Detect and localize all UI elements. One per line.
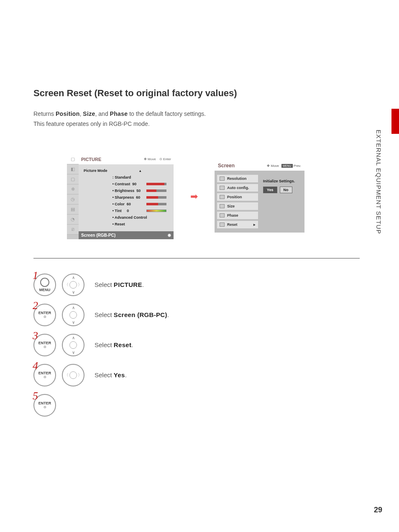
step-number: 2: [33, 299, 38, 312]
remote-dpad: ∧∨: [62, 334, 84, 356]
step-row: 2ENTER⊙∧∨Select Screen (RGB-PC).: [33, 304, 360, 326]
slider-bar: [146, 203, 166, 205]
step-number: 4: [33, 360, 38, 372]
picture-mode-value: : Standard: [112, 174, 169, 180]
osd-tab-icon: ◷: [67, 194, 79, 205]
menu-item-label: Auto config.: [227, 186, 249, 190]
nav-hint-move: ✥ Move: [144, 157, 156, 161]
nav-hint-move: ✥ Move: [267, 164, 279, 168]
remote-dpad: ∧∨〈〉: [62, 274, 84, 296]
intro-text: Returns: [33, 110, 56, 117]
menu-item-icon: [220, 223, 225, 227]
screen-menu-item[interactable]: Auto config.: [217, 184, 258, 192]
menu-item-label: Position: [227, 195, 242, 199]
slider-row: • Sharpness 60: [83, 194, 169, 200]
menu-item-label: Phase: [227, 213, 238, 217]
yes-button[interactable]: Yes: [263, 187, 277, 193]
screen-menu-item[interactable]: Size: [217, 202, 258, 210]
section-divider: [33, 258, 360, 258]
slider-row: • Brightness 50: [83, 188, 169, 194]
step-number: 5: [33, 390, 38, 402]
side-accent-tab: [391, 109, 399, 134]
osd-tab-icon: ▢: [67, 174, 79, 184]
menu-item-label: Resolution: [227, 176, 247, 181]
osd-tab-icon: ◧: [67, 164, 79, 174]
tint-row: • Tint 0: [83, 208, 169, 214]
step-row: 1MENU∧∨〈〉Select PICTURE.: [33, 274, 360, 296]
submenu-arrow-icon: ▸: [253, 223, 256, 227]
screen-menu-item[interactable]: Reset▸: [217, 221, 258, 228]
osd-tab-strip: ▢ ◧ ▢ ✲ ◷ ▤ ◔ ⎚: [67, 154, 79, 239]
osd-tab-icon: ⎚: [67, 225, 79, 235]
flow-arrow-icon: ➡: [190, 191, 198, 202]
step-number: 3: [33, 330, 38, 342]
step-row: 5ENTER⊙: [33, 394, 360, 417]
side-section-label: EXTERNAL EQUIPMENT SETUP: [375, 130, 382, 234]
menu-item-icon: [220, 204, 225, 208]
menu-item-icon: [220, 213, 225, 217]
intro-bold-position: Position: [56, 110, 80, 117]
osd-footer-highlight: Screen (RGB-PC): [81, 233, 115, 238]
osd-tab-monitor-icon: ▢: [67, 154, 79, 164]
slider-bar: [146, 196, 166, 199]
enter-dot-icon: ◉: [168, 233, 171, 237]
slider-bar: [146, 183, 166, 185]
osd-tab-icon: ✲: [67, 184, 79, 194]
menu-item-icon: [220, 195, 225, 199]
nav-hint-enter: ⊙ Enter: [159, 157, 171, 161]
osd-tab-icon: ◔: [67, 215, 79, 225]
osd-picture-title: PICTURE: [81, 157, 101, 162]
step-number: 1: [33, 269, 38, 282]
picture-settings-table: Picture Mode ▴ : Standard • Contrast 90•…: [82, 167, 170, 228]
osd-screen-title: Screen: [218, 163, 235, 169]
remote-dpad: ∧∨: [62, 304, 84, 326]
slider-row: • Contrast 90: [83, 181, 169, 187]
page-title: Screen Reset (Reset to original factory …: [33, 88, 360, 99]
osd-screen-panel: Screen ✥ Move MENU Prev. ResolutionAuto …: [215, 161, 304, 233]
intro-bold-size: Size: [83, 110, 95, 117]
step-instruction: Select Yes.: [95, 371, 127, 379]
step-instruction: Select Reset.: [95, 341, 133, 348]
step-row: 4ENTER⊙〈〉Select Yes.: [33, 364, 360, 386]
osd-picture-panel: ▢ ◧ ▢ ✲ ◷ ▤ ◔ ⎚ PICTURE ✥ Move ⊙ Enter: [67, 154, 174, 239]
screen-menu-item[interactable]: Position: [217, 193, 258, 201]
picture-mode-label: Picture Mode: [83, 168, 111, 174]
menu-item-icon: [220, 176, 225, 181]
tint-bar: [146, 210, 166, 212]
intro-line2: This feature operates only in RGB-PC mod…: [33, 120, 150, 127]
menu-item-label: Size: [227, 204, 235, 208]
reset-row: • Reset: [112, 221, 169, 227]
button-ring-icon: [40, 278, 49, 287]
screen-menu-item[interactable]: Phase: [217, 212, 258, 219]
init-settings-prompt: Initialize Settings.: [263, 179, 302, 183]
step-row: 3ENTER⊙∧∨Select Reset.: [33, 334, 360, 356]
slider-bar: [146, 189, 166, 192]
intro-bold-phase: Phase: [110, 110, 128, 117]
remote-dpad: 〈〉: [62, 364, 84, 386]
osd-tab-icon: ▤: [67, 205, 79, 215]
step-instruction: Select Screen (RGB-PC).: [95, 311, 169, 318]
menu-item-label: Reset: [227, 223, 238, 227]
advanced-control-row: • Advanced Control: [112, 215, 169, 220]
no-button[interactable]: No: [280, 187, 292, 193]
screen-menu-item[interactable]: Resolution: [217, 175, 258, 182]
page-number: 29: [374, 506, 382, 514]
menu-item-icon: [220, 186, 225, 190]
nav-hint-prev: MENU Prev.: [281, 164, 301, 168]
step-instruction: Select PICTURE.: [95, 281, 144, 288]
intro-paragraph: Returns Position, Size, and Phase to the…: [33, 109, 360, 129]
slider-row: • Color 60: [83, 201, 169, 207]
